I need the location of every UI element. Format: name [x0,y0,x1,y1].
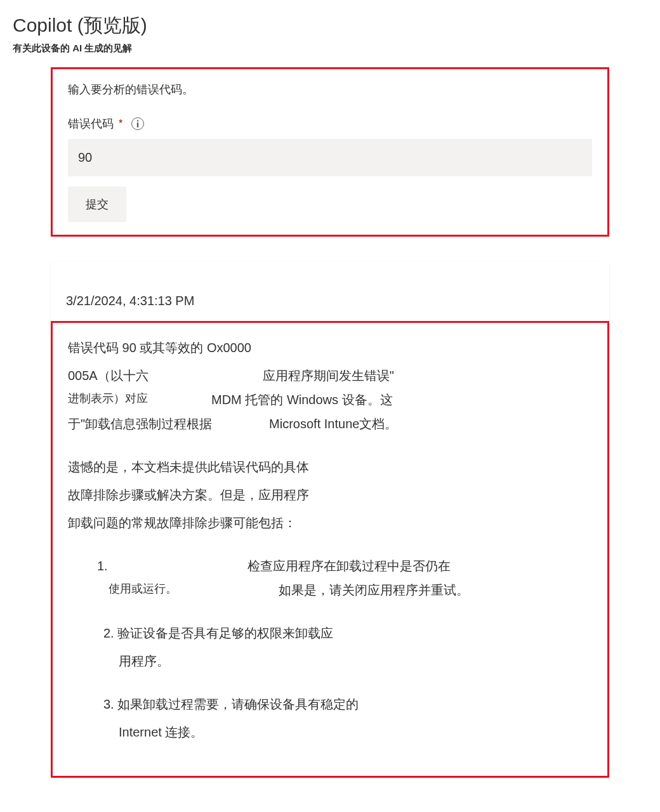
response-text: 005A（以十六 应用程序期间发生错误" [68,363,592,388]
step-2: 2. 验证设备是否具有足够的权限来卸载应 用程序。 [97,621,592,673]
error-code-form-card: 输入要分析的错误代码。 错误代码 * 提交 [51,67,609,237]
svg-point-0 [137,120,138,121]
page-subtitle: 有关此设备的 AI 生成的见解 [13,43,647,55]
page-title: Copilot (预览版) [13,13,647,39]
page-header: Copilot (预览版) 有关此设备的 AI 生成的见解 [13,13,647,55]
step-1: 1. 检查应用程序在卸载过程中是否仍在 使用或运行。 如果是，请关闭应用程序并重… [97,554,592,602]
submit-button[interactable]: 提交 [68,187,126,222]
step-3: 3. 如果卸载过程需要，请确保设备具有稳定的 Internet 连接。 [97,692,592,744]
response-card: 3/21/2024, 4:31:13 PM 错误代码 90 或其等效的 Ox00… [51,262,609,778]
svg-rect-1 [137,122,138,128]
info-icon[interactable] [131,117,144,130]
form-prompt-text: 输入要分析的错误代码。 [68,82,592,97]
response-timestamp: 3/21/2024, 4:31:13 PM [51,294,609,321]
response-text: 进制表示）对应 MDM 托管的 Windows 设备。这 [68,388,592,412]
required-asterisk: * [119,118,122,129]
error-code-input[interactable] [68,139,592,176]
input-label-row: 错误代码 * [68,116,592,131]
form-highlight-box: 输入要分析的错误代码。 错误代码 * 提交 [51,67,609,237]
response-body: 错误代码 90 或其等效的 Ox0000 005A（以十六 应用程序期间发生错误… [51,321,609,778]
response-text: 于"卸载信息强制过程根据 Microsoft Intune文档。 [68,412,592,436]
response-text: 错误代码 90 或其等效的 Ox0000 [68,336,592,360]
response-paragraph: 遗憾的是，本文档未提供此错误代码的具体 故障排除步骤或解决方案。但是，应用程序 … [68,455,592,535]
error-code-label: 错误代码 [68,116,114,131]
troubleshooting-steps: 1. 检查应用程序在卸载过程中是否仍在 使用或运行。 如果是，请关闭应用程序并重… [68,554,592,744]
